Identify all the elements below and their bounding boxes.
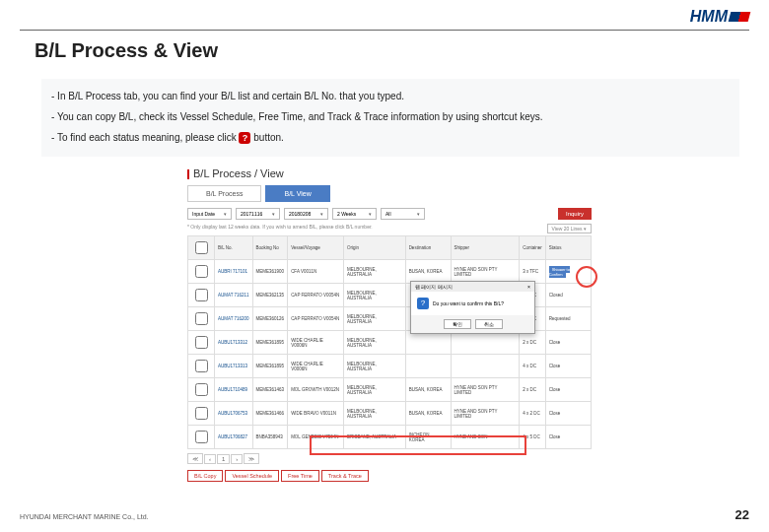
filter-all[interactable]: All bbox=[381, 208, 425, 220]
table-row: AUBRI 717101MEME361900CFA V0011NMELBOURN… bbox=[188, 260, 592, 284]
col-header: Destination bbox=[405, 236, 451, 260]
confirm-dialog: 웹 페이지 메시지× ?Do you want to confirm this … bbox=[410, 281, 535, 334]
row-checkbox[interactable] bbox=[195, 407, 208, 420]
bl-no-link[interactable]: AUBU1706827 bbox=[215, 426, 253, 449]
filter-date-from[interactable]: 20171116 bbox=[236, 208, 280, 220]
filter-date-to[interactable]: 20180208 bbox=[284, 208, 328, 220]
bullet-3: - To find each status meaning, please cl… bbox=[51, 128, 730, 147]
description-box: - In B/L Process tab, you can find your … bbox=[41, 79, 739, 157]
dialog-footer: 확인취소 bbox=[411, 315, 534, 333]
cancel-button[interactable]: 취소 bbox=[475, 319, 503, 329]
table-row: AUBU1713312MEME361895WIDE CHARLIE V0006N… bbox=[188, 331, 592, 355]
note-text: * Only display last 12 weeks data. If yo… bbox=[187, 224, 373, 233]
brand-logo: HMM bbox=[690, 8, 749, 26]
bl-table: B/L No.Booking NoVessel/VoyageOriginDest… bbox=[187, 235, 592, 449]
shortcut-links: B/L CopyVessel ScheduleFree TimeTrack & … bbox=[187, 470, 592, 482]
link-bl-copy[interactable]: B/L Copy bbox=[187, 470, 223, 482]
bullet-1: - In B/L Process tab, you can find your … bbox=[51, 87, 730, 105]
filter-range[interactable]: 2 Weeks bbox=[332, 208, 377, 220]
bl-no-link[interactable]: AUMAT 716200 bbox=[215, 307, 253, 331]
tab-bar: B/L Process B/L View bbox=[187, 185, 592, 202]
filter-row: Input Date 20171116 20180208 2 Weeks All… bbox=[187, 208, 592, 220]
col-header: Origin bbox=[344, 236, 406, 260]
dialog-body: ?Do you want to confirm this B/L? bbox=[411, 292, 534, 315]
page-number: 22 bbox=[735, 507, 749, 522]
view-lines-select[interactable]: View 20 Lines ▾ bbox=[547, 224, 592, 233]
row-checkbox[interactable] bbox=[195, 431, 208, 443]
table-row: AUBU1706753MEME361466WIDE BRAVO V0011NME… bbox=[188, 402, 592, 426]
tab-bl-view[interactable]: B/L View bbox=[265, 185, 329, 202]
inquiry-button[interactable]: Inquiry bbox=[558, 208, 592, 220]
col-header bbox=[188, 236, 215, 260]
col-header: Vessel/Voyage bbox=[288, 236, 344, 260]
row-checkbox[interactable] bbox=[195, 336, 208, 349]
row-checkbox[interactable] bbox=[195, 265, 208, 278]
help-icon: ? bbox=[239, 132, 250, 144]
ok-button[interactable]: 확인 bbox=[444, 319, 471, 329]
page-last[interactable]: ≫ bbox=[244, 453, 259, 464]
link-track-trace[interactable]: Track & Trace bbox=[321, 470, 369, 482]
row-checkbox[interactable] bbox=[195, 360, 208, 372]
bl-no-link[interactable]: AUBU1710489 bbox=[215, 378, 253, 402]
col-header: Status bbox=[545, 236, 591, 260]
highlight-circle-icon bbox=[576, 266, 597, 288]
page-next[interactable]: › bbox=[231, 454, 243, 464]
col-header: Container bbox=[520, 236, 546, 260]
col-header: B/L No. bbox=[215, 236, 253, 260]
row-checkbox[interactable] bbox=[195, 289, 208, 301]
bl-no-link[interactable]: AUBU1713313 bbox=[215, 355, 253, 378]
link-vessel-schedule[interactable]: Vessel Schedule bbox=[225, 470, 279, 482]
row-checkbox[interactable] bbox=[195, 383, 208, 396]
bl-no-link[interactable]: AUBU1706753 bbox=[215, 402, 253, 426]
bullet-2: - You can copy B/L, check its Vessel Sch… bbox=[51, 107, 730, 126]
page-title: B/L Process & View bbox=[35, 39, 218, 62]
col-header: Shipper bbox=[451, 236, 520, 260]
page-prev[interactable]: ‹ bbox=[204, 454, 216, 464]
divider bbox=[20, 30, 749, 31]
row-checkbox[interactable] bbox=[195, 312, 208, 325]
bl-no-link[interactable]: AUMAT 716211 bbox=[215, 284, 253, 307]
question-icon: ? bbox=[417, 298, 429, 309]
table-row: AUBU1713313MEME361895WIDE CHARLIE V0006N… bbox=[188, 355, 592, 378]
footer-text: HYUNDAI MERCHANT MARINE Co., Ltd. bbox=[20, 513, 149, 520]
close-icon[interactable]: × bbox=[527, 284, 530, 290]
page-1[interactable]: 1 bbox=[217, 454, 230, 464]
dialog-header: 웹 페이지 메시지× bbox=[411, 282, 534, 292]
table-row: AUBU1710489MEME361463MOL GROWTH V0012NME… bbox=[188, 378, 592, 402]
highlight-rect-icon bbox=[310, 435, 526, 455]
filter-input-date[interactable]: Input Date bbox=[187, 208, 232, 220]
bl-no-link[interactable]: AUBU1713312 bbox=[215, 331, 253, 355]
bl-no-link[interactable]: AUBRI 717101 bbox=[215, 260, 253, 284]
page-first[interactable]: ≪ bbox=[187, 453, 203, 464]
panel-heading: B/L Process / View bbox=[187, 167, 592, 179]
col-header: Booking No bbox=[252, 236, 288, 260]
note-row: * Only display last 12 weeks data. If yo… bbox=[187, 224, 592, 233]
link-free-time[interactable]: Free Time bbox=[281, 470, 319, 482]
tab-bl-process[interactable]: B/L Process bbox=[187, 185, 261, 202]
